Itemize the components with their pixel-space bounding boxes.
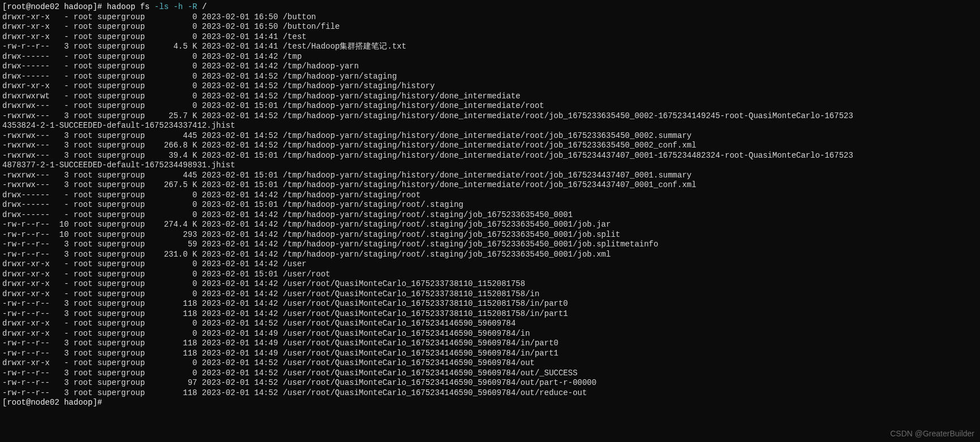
listing-row: drwxr-xr-x - root supergroup 0 2023-02-0…	[2, 358, 978, 369]
listing-row: -rw-r--r-- 3 root supergroup 4.5 K 2023-…	[2, 42, 978, 52]
listing-row: drwx------ - root supergroup 0 2023-02-0…	[2, 72, 978, 82]
listing-row: -rwxrwx--- 3 root supergroup 445 2023-02…	[2, 131, 978, 141]
listing-row: drwx------ - root supergroup 0 2023-02-0…	[2, 210, 978, 220]
listing-row: -rw-r--r-- 10 root supergroup 293 2023-0…	[2, 230, 978, 240]
listing-row: -rw-r--r-- 3 root supergroup 118 2023-02…	[2, 309, 978, 319]
listing-row: drwx------ - root supergroup 0 2023-02-0…	[2, 62, 978, 72]
listing-row: drwxrwxrwt - root supergroup 0 2023-02-0…	[2, 92, 978, 102]
listing-row: drwx------ - root supergroup 0 2023-02-0…	[2, 200, 978, 210]
listing-row: -rw-r--r-- 3 root supergroup 118 2023-02…	[2, 299, 978, 309]
listing-row: -rw-r--r-- 3 root supergroup 97 2023-02-…	[2, 378, 978, 388]
cmd-name: hadoop fs	[107, 2, 154, 11]
listing-row: drwxr-xr-x - root supergroup 0 2023-02-0…	[2, 270, 978, 280]
listing-row: drwxr-xr-x - root supergroup 0 2023-02-0…	[2, 319, 978, 329]
listing-row: -rw-r--r-- 3 root supergroup 118 2023-02…	[2, 388, 978, 398]
listing-row: drwxr-xr-x - root supergroup 0 2023-02-0…	[2, 259, 978, 270]
listing-row-wrap: 4878377-2-1-SUCCEEDED-default-1675234498…	[2, 161, 978, 171]
listing-row: -rw-r--r-- 3 root supergroup 118 2023-02…	[2, 349, 978, 359]
listing-row: -rwxrwx--- 3 root supergroup 25.7 K 2023…	[2, 111, 978, 122]
listing-row: drwxr-xr-x - root supergroup 0 2023-02-0…	[2, 289, 978, 300]
listing-row: drwxr-xr-x - root supergroup 0 2023-02-0…	[2, 32, 978, 42]
listing-row: drwxr-xr-x - root supergroup 0 2023-02-0…	[2, 22, 978, 32]
cmd-args: -ls -h -R	[154, 2, 197, 11]
listing-row: -rwxrwx--- 3 root supergroup 267.5 K 202…	[2, 180, 978, 190]
listing-row: drwx------ - root supergroup 0 2023-02-0…	[2, 52, 978, 62]
listing-row: drwxr-xr-x - root supergroup 0 2023-02-0…	[2, 279, 978, 289]
listing-row: -rw-r--r-- 3 root supergroup 59 2023-02-…	[2, 240, 978, 250]
prompt: [root@node02 hadoop]#	[2, 2, 107, 11]
listing-row: drwx------ - root supergroup 0 2023-02-0…	[2, 190, 978, 201]
cmd-path: /	[197, 2, 207, 11]
listing-row: drwxr-xr-x - root supergroup 0 2023-02-0…	[2, 12, 978, 23]
prompt-idle[interactable]: [root@node02 hadoop]#	[2, 398, 978, 408]
listing-row: -rwxrwx--- 3 root supergroup 266.8 K 202…	[2, 141, 978, 151]
listing-row: -rwxrwx--- 3 root supergroup 39.4 K 2023…	[2, 151, 978, 161]
listing-row: -rwxrwx--- 3 root supergroup 445 2023-02…	[2, 171, 978, 181]
listing-row: drwxr-xr-x - root supergroup 0 2023-02-0…	[2, 81, 978, 92]
listing-row: -rw-r--r-- 3 root supergroup 118 2023-02…	[2, 339, 978, 349]
terminal-output[interactable]: [root@node02 hadoop]# hadoop fs -ls -h -…	[2, 2, 978, 408]
listing-row: -rw-r--r-- 3 root supergroup 0 2023-02-0…	[2, 369, 978, 379]
listing-row: drwxrwx--- - root supergroup 0 2023-02-0…	[2, 101, 978, 111]
listing-row: drwxr-xr-x - root supergroup 0 2023-02-0…	[2, 329, 978, 339]
listing-row: -rw-r--r-- 3 root supergroup 231.0 K 202…	[2, 250, 978, 260]
listing-row-wrap: 4353824-2-1-SUCCEEDED-default-1675234337…	[2, 121, 978, 131]
command-line: [root@node02 hadoop]# hadoop fs -ls -h -…	[2, 2, 978, 12]
listing-row: -rw-r--r-- 10 root supergroup 274.4 K 20…	[2, 220, 978, 230]
